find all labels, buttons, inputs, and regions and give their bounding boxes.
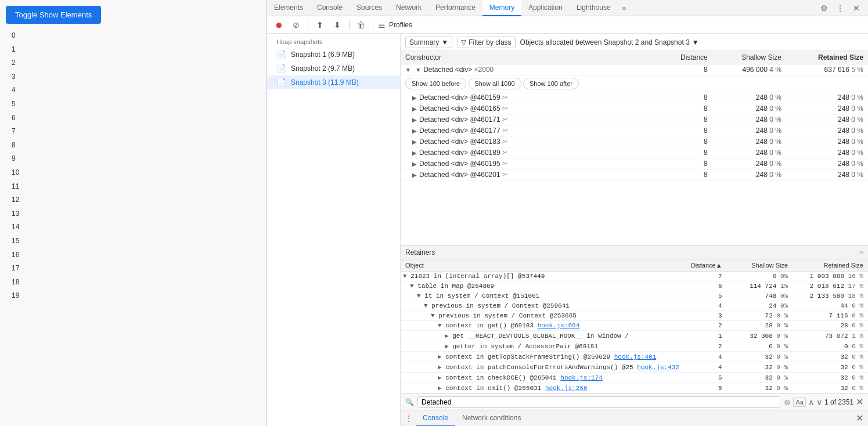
tab-network[interactable]: Network [389, 0, 428, 16]
left-panel: Toggle Show Elements 0123456789101112131… [0, 0, 267, 426]
col-distance-header[interactable]: Distance [658, 51, 712, 64]
table-row[interactable]: Detached <div> @460159 ✂ 8 248 0 % 248 0… [401, 92, 868, 103]
tab-network-conditions[interactable]: Network conditions [455, 410, 528, 427]
show-button[interactable]: Show 100 before [405, 78, 466, 89]
table-row[interactable]: Detached <div> @460189 ✂ 8 248 0 % 248 0… [401, 147, 868, 158]
more-options-icon[interactable]: ⋮ [833, 1, 847, 15]
snapshot-1-item[interactable]: 📄 Snapshot 1 (6.9 MB) [267, 48, 400, 62]
retainer-row[interactable]: ▼ previous in system / Context @259641 4… [401, 301, 868, 311]
snapshot-2-item[interactable]: 📄 Snapshot 2 (9.7 MB) [267, 62, 400, 75]
close-console-icon[interactable]: ✕ [856, 413, 863, 424]
search-prev-button[interactable]: ∧ [808, 398, 814, 407]
download-icon[interactable]: ⬇ [330, 18, 344, 32]
snapshot-3-item[interactable]: 📄 Snapshot 3 (11.9 MB) [267, 75, 400, 89]
table-row[interactable]: Detached <div> @460195 ✂ 8 248 0 % 248 0… [401, 158, 868, 169]
memory-toolbar: ⏺ ⊘ ⬆ ⬇ 🗑 ⚌ Profiles [267, 16, 868, 34]
show-buttons-row: Show 100 before Show all 1000 Show 100 a… [401, 75, 868, 92]
retainer-row[interactable]: ▼ context in get() @69183 hook.js:694 2 … [401, 321, 868, 331]
tab-sources[interactable]: Sources [350, 0, 389, 16]
search-icon: 🔍 [405, 398, 414, 406]
close-search-button[interactable]: ✕ [856, 396, 863, 407]
toggle-show-elements-button[interactable]: Toggle Show Elements [6, 6, 101, 24]
devtools-tabs-row: Elements Console Sources Network Perform… [267, 0, 868, 16]
tab-application[interactable]: Application [521, 0, 570, 16]
snapshot-3-label: Snapshot 3 (11.9 MB) [291, 78, 359, 86]
search-next-button[interactable]: ∨ [816, 398, 822, 407]
table-row[interactable]: Detached <div> @460165 ✂ 8 248 0 % 248 0… [401, 103, 868, 114]
clear-search-icon[interactable]: ⊗ [784, 398, 791, 407]
snapshot-range-label: Objects allocated between Snapshot 2 and… [520, 38, 699, 46]
table-row[interactable]: Detached <div> @460183 ✂ 8 248 0 % 248 0… [401, 136, 868, 147]
table-row[interactable]: Detached <div> @460201 ✂ 8 248 0 % 248 0… [401, 169, 868, 180]
table-row[interactable]: Detached <div> ×2000 8 496 000 4 % 637 6… [401, 64, 868, 75]
number-item: 4 [12, 84, 261, 97]
source-link[interactable]: hook.js:694 [538, 322, 580, 329]
col-retained-header[interactable]: Retained Size [786, 51, 868, 64]
retainer-row[interactable]: ▼ it in system / Context @151061 5 748 0… [401, 291, 868, 301]
tab-memory[interactable]: Memory [482, 0, 521, 16]
tab-performance[interactable]: Performance [428, 0, 482, 16]
filter-by-class-button[interactable]: ▽ Filter by class [457, 37, 515, 48]
col-shallow-header[interactable]: Shallow Size [712, 51, 786, 64]
retainer-row[interactable]: ▶ context in checkDCE() @265041 hook.js:… [401, 373, 868, 383]
source-link[interactable]: hook.js:401 [614, 353, 657, 360]
retainer-col-distance[interactable]: Distance▲ [686, 259, 726, 272]
retainer-row[interactable]: ▼ table in Map @264869 6 114 724 1% 2 01… [401, 281, 868, 291]
show-button[interactable]: Show 100 after [523, 78, 579, 89]
show-button[interactable]: Show all 1000 [469, 78, 521, 89]
retainer-row[interactable]: ▶ context in emit() @265031 hook.js:266 … [401, 383, 868, 393]
profiles-adjust-icon: ⚌ [378, 20, 386, 30]
search-bar: 🔍 ⊗ Aa ∧ ∨ 1 of 2351 ✕ [401, 393, 868, 410]
retainers-header: Retainers ≡ [401, 246, 868, 259]
main-content: Heap snapshots 📄 Snapshot 1 (6.9 MB) 📄 S… [267, 34, 868, 426]
console-more-icon[interactable]: ⋮ [405, 414, 412, 423]
heap-table[interactable]: Constructor Distance Shallow Size Retain… [401, 51, 868, 246]
devtools-panel: Elements Console Sources Network Perform… [267, 0, 868, 426]
tab-console-bottom[interactable]: Console [416, 410, 455, 427]
console-tabs-row: ⋮ Console Network conditions ✕ [401, 410, 868, 426]
table-row[interactable]: Detached <div> @460177 ✂ 8 248 0 % 248 0… [401, 125, 868, 136]
retainer-row[interactable]: ▶ get __REACT_DEVTOOLS_GLOBAL_HOOK__ in … [401, 331, 868, 341]
retainer-col-shallow[interactable]: Shallow Size [727, 259, 793, 272]
table-row[interactable]: Detached <div> @460171 ✂ 8 248 0 % 248 0… [401, 114, 868, 125]
retainer-row[interactable]: ▼ 21823 in (internal array)[] @537449 7 … [401, 272, 868, 281]
search-input[interactable] [422, 398, 776, 406]
profiles-label[interactable]: Profiles [389, 21, 412, 29]
collect-garbage-icon[interactable]: 🗑 [354, 18, 368, 32]
upload-icon[interactable]: ⬆ [313, 18, 327, 32]
retainer-row[interactable]: ▼ previous in system / Context @253665 3… [401, 311, 868, 321]
tab-elements[interactable]: Elements [267, 0, 310, 16]
snapshot-2-label: Snapshot 2 (9.7 MB) [291, 64, 355, 73]
tab-lighthouse[interactable]: Lighthouse [570, 0, 618, 16]
retainer-row[interactable]: ▶ context in getTopStackFrameString() @2… [401, 352, 868, 362]
retainer-col-retained[interactable]: Retained Size [793, 259, 868, 272]
settings-icon[interactable]: ⚙ [817, 1, 831, 15]
source-link[interactable]: hook.js:432 [637, 364, 679, 371]
summary-dropdown[interactable]: Summary ▼ [405, 37, 452, 48]
source-link[interactable]: hook.js:174 [560, 374, 603, 381]
search-input-wrap [417, 396, 780, 408]
record-icon[interactable]: ⏺ [272, 18, 286, 32]
case-sensitive-icon[interactable]: Aa [793, 398, 805, 407]
number-item: 18 [12, 276, 261, 289]
clear-icon[interactable]: ⊘ [289, 18, 303, 32]
snapshot-1-icon: 📄 [276, 50, 286, 59]
close-devtools-icon[interactable]: ✕ [849, 1, 863, 15]
retainer-row[interactable]: ▶ context in patchConsoleForErrorsAndWar… [401, 362, 868, 373]
retainer-col-object[interactable]: Object [401, 259, 686, 272]
number-list: 012345678910111213141516171819 [6, 30, 261, 302]
tab-more-icon[interactable]: » [618, 4, 631, 12]
heap-snapshots-label: Heap snapshots [267, 34, 400, 48]
col-constructor-header[interactable]: Constructor [401, 51, 658, 64]
range-chevron-icon: ▼ [692, 38, 699, 46]
tab-console[interactable]: Console [310, 0, 350, 16]
source-link[interactable]: hook.js:266 [545, 385, 588, 392]
retainer-row[interactable]: ▶ getter in system / AccessorPair @69181… [401, 341, 868, 352]
number-item: 3 [12, 71, 261, 84]
number-item: 5 [12, 98, 261, 111]
retainers-table[interactable]: Object Distance▲ Shallow Size Retained S… [401, 259, 868, 393]
number-item: 1 [12, 44, 261, 56]
search-controls: ⊗ Aa ∧ ∨ 1 of 2351 ✕ [784, 396, 863, 407]
right-content: Summary ▼ ▽ Filter by class Objects allo… [401, 34, 868, 426]
retainers-data-table: Object Distance▲ Shallow Size Retained S… [401, 259, 868, 393]
